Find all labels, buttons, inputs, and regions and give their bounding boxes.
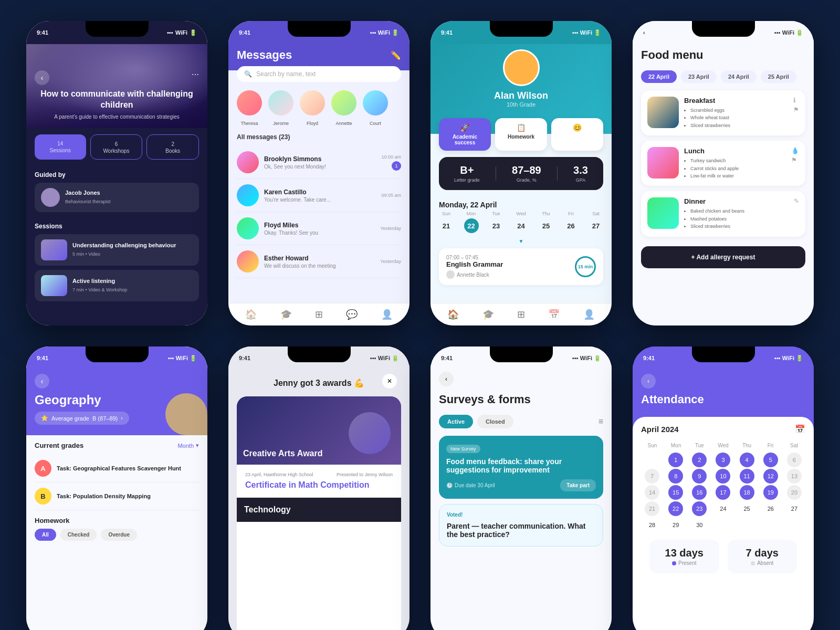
- cal-cell-24[interactable]: 24: [716, 501, 730, 516]
- contact-floyd[interactable]: Floyd: [300, 90, 325, 127]
- back-btn[interactable]: ‹: [643, 29, 645, 36]
- cal-cell-21[interactable]: 21: [645, 501, 659, 516]
- dinner-item-3: Sliced strawberries: [690, 223, 789, 230]
- cal-cell-6[interactable]: 6: [787, 453, 802, 467]
- edit-icon[interactable]: ✎: [794, 197, 799, 205]
- cal-cell-15[interactable]: 15: [668, 485, 683, 500]
- cal-cell-20[interactable]: 20: [787, 485, 802, 500]
- surveys-back-btn[interactable]: ‹: [430, 370, 612, 388]
- cal-day-wed[interactable]: Wed 24: [514, 211, 529, 233]
- contact-annette[interactable]: Annette: [331, 90, 356, 127]
- flag-icon[interactable]: ⚑: [793, 106, 799, 113]
- tab-homework[interactable]: 📋 Homework: [495, 118, 547, 151]
- cal-cell-4[interactable]: 4: [740, 453, 754, 467]
- message-item-4[interactable]: Esther Howard We will discuss on the mee…: [237, 245, 401, 278]
- hw-tab-all[interactable]: All: [35, 529, 56, 541]
- courses-nav-icon[interactable]: 🎓: [482, 309, 494, 320]
- tab-extra[interactable]: 😊: [551, 118, 603, 151]
- messages-nav-icon[interactable]: 💬: [346, 309, 358, 320]
- take-part-button[interactable]: Take part: [560, 479, 596, 491]
- cal-cell-18[interactable]: 18: [740, 485, 754, 500]
- cal-cell-28[interactable]: 28: [645, 518, 659, 532]
- hw-tab-checked[interactable]: Checked: [60, 529, 97, 541]
- date-tab-25[interactable]: 25 April: [761, 70, 796, 83]
- extra-icon: 😊: [555, 123, 599, 132]
- survey-filter-row: Active Closed ≡: [430, 415, 612, 436]
- dinner-title: Dinner: [684, 197, 789, 205]
- cal-cell-22[interactable]: 22: [668, 501, 683, 516]
- cal-cell-26[interactable]: 26: [763, 501, 778, 516]
- home-nav-icon[interactable]: 🏠: [245, 309, 257, 320]
- cal-cell-1[interactable]: 1: [668, 453, 683, 467]
- contact-theresa[interactable]: Theresa: [237, 90, 262, 127]
- profile-nav-icon[interactable]: 👤: [583, 309, 595, 320]
- books-stat[interactable]: 2 Books: [146, 134, 199, 160]
- tab-academic[interactable]: 🚀 Academic success: [439, 118, 491, 151]
- cal-day-tue[interactable]: Tue 23: [489, 211, 503, 233]
- filter-icon[interactable]: ≡: [598, 417, 603, 426]
- cal-cell-25[interactable]: 25: [740, 501, 754, 516]
- filter-closed[interactable]: Closed: [477, 415, 513, 428]
- cal-cell-14[interactable]: 14: [645, 485, 659, 500]
- date-tab-23[interactable]: 23 April: [681, 70, 717, 83]
- add-allergy-button[interactable]: + Add allergy request: [641, 246, 805, 268]
- cal-cell-30[interactable]: 30: [692, 518, 707, 532]
- cal-day-fri[interactable]: Fri 26: [564, 211, 579, 233]
- geo-header: ‹ Geography ⭐ Average grade B (87–89) ›: [26, 370, 207, 435]
- cal-cell-13[interactable]: 13: [787, 469, 802, 484]
- contact-court[interactable]: Court: [363, 90, 388, 127]
- cal-cell-11[interactable]: 11: [740, 469, 754, 484]
- cal-cell-16[interactable]: 16: [692, 485, 707, 500]
- cal-cell-5[interactable]: 5: [763, 453, 778, 467]
- info-icon[interactable]: ℹ: [793, 97, 799, 104]
- msg-info-4: Esther Howard We will discuss on the mee…: [264, 255, 375, 269]
- search-bar[interactable]: 🔍 Search by name, text: [237, 66, 401, 82]
- cal-day-sat[interactable]: Sat 27: [589, 211, 603, 233]
- cal-cell-2[interactable]: 2: [692, 453, 707, 467]
- session-item-2[interactable]: Active listening 7 min • Video & Worksho…: [35, 270, 199, 301]
- cal-cell-12[interactable]: 12: [763, 469, 778, 484]
- message-item-1[interactable]: Brooklyn Simmons Ok, See you next Monday…: [237, 146, 401, 179]
- cal-cell-27[interactable]: 27: [787, 501, 802, 516]
- filter-active[interactable]: Active: [439, 415, 473, 428]
- cal-cell-8[interactable]: 8: [668, 469, 683, 484]
- message-item-2[interactable]: Karen Castillo You're welcome. Take care…: [237, 179, 401, 212]
- grade-chip[interactable]: ⭐ Average grade B (87–89) ›: [35, 412, 129, 425]
- attendance-back-btn[interactable]: ‹: [641, 374, 656, 388]
- session-item-1[interactable]: Understanding challenging behaviour 5 mi…: [35, 234, 199, 266]
- edit-icon[interactable]: ✏️: [391, 50, 401, 60]
- modal-close-button[interactable]: ✕: [382, 374, 397, 388]
- date-tab-24[interactable]: 24 April: [721, 70, 757, 83]
- month-select[interactable]: Month ▾: [177, 442, 199, 449]
- grid-nav-icon[interactable]: ⊞: [315, 309, 323, 320]
- cal-cell-10[interactable]: 10: [716, 469, 730, 484]
- cal-cell-7[interactable]: 7: [645, 469, 659, 484]
- contact-jerome[interactable]: Jerome: [268, 90, 293, 127]
- calendar-nav-icon[interactable]: 📅: [548, 309, 560, 320]
- water-icon[interactable]: 💧: [791, 147, 799, 154]
- more-button[interactable]: ⋯: [192, 70, 199, 79]
- message-item-3[interactable]: Floyd Miles Okay. Thanks! See you Yester…: [237, 212, 401, 245]
- grid-nav-icon[interactable]: ⊞: [517, 309, 525, 320]
- home-nav-icon[interactable]: 🏠: [447, 309, 459, 320]
- expand-icon[interactable]: ▼: [519, 238, 524, 244]
- sessions-stat[interactable]: 14 Sessions: [35, 134, 86, 160]
- cal-day-thu[interactable]: Thu 25: [539, 211, 553, 233]
- cal-cell-9[interactable]: 9: [692, 469, 707, 484]
- date-tab-22[interactable]: 22 April: [641, 70, 677, 83]
- courses-nav-icon[interactable]: 🎓: [280, 309, 292, 320]
- absent-stat: 7 days Absent: [728, 540, 797, 573]
- flag-icon-2[interactable]: ⚑: [791, 156, 799, 164]
- cal-cell-23[interactable]: 23: [692, 501, 707, 516]
- profile-nav-icon[interactable]: 👤: [381, 309, 393, 320]
- cal-cell-3[interactable]: 3: [716, 453, 730, 467]
- workshops-stat[interactable]: 6 Workshops: [90, 134, 143, 160]
- cal-cell-17[interactable]: 17: [716, 485, 730, 500]
- back-button[interactable]: ‹: [35, 374, 49, 388]
- back-button[interactable]: ‹: [35, 70, 49, 85]
- calendar-icon[interactable]: 📅: [795, 424, 805, 434]
- cal-cell-29[interactable]: 29: [668, 518, 683, 532]
- hw-tab-overdue[interactable]: Overdue: [101, 529, 137, 541]
- cal-cell-19[interactable]: 19: [763, 485, 778, 500]
- cal-day-mon[interactable]: Mon 22: [464, 211, 479, 233]
